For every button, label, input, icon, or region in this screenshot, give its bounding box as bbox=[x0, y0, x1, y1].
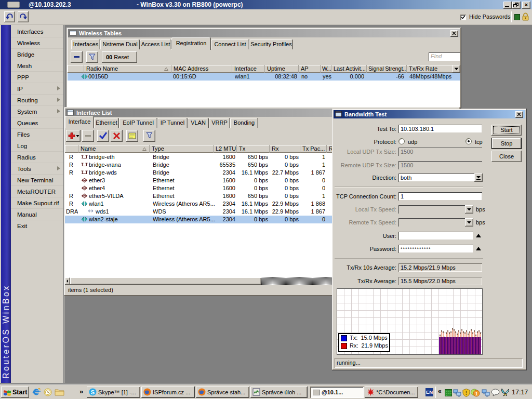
svg-text:!: ! bbox=[466, 390, 467, 396]
svg-text:S: S bbox=[91, 389, 95, 395]
svg-text:1: 1 bbox=[475, 391, 478, 396]
